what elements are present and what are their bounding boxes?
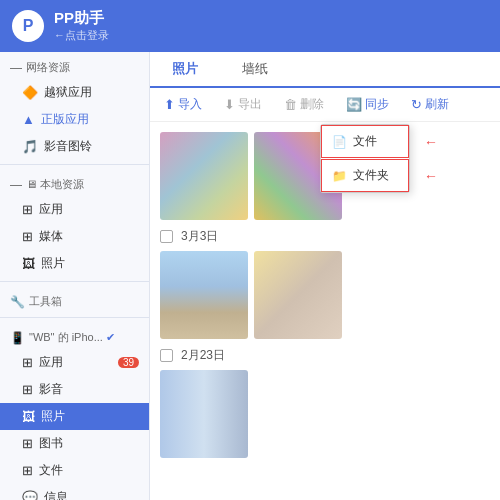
delete-label: 删除 (300, 96, 324, 113)
photo-thumb-3[interactable] (160, 251, 248, 339)
app-logo: P (12, 10, 44, 42)
date-checkbox-feb23[interactable] (160, 349, 173, 362)
media-icon: 🎵 (22, 139, 38, 154)
main-area: — 网络资源 🔶 越狱应用 ▲ 正版应用 🎵 影音图铃 — 🖥 本地资源 (0, 52, 500, 500)
sidebar-label: 媒体 (39, 228, 63, 245)
sidebar-label: 信息 (44, 489, 68, 500)
date-text-feb23: 2月23日 (181, 347, 225, 364)
photo-thumb-5[interactable] (160, 370, 248, 458)
sidebar-item-device-apps[interactable]: ⊞ 应用 39 (0, 349, 149, 376)
sidebar-label: 应用 (39, 354, 63, 371)
apps-badge: 39 (118, 357, 139, 368)
app-container: P PP助手 ←点击登录 — 网络资源 🔶 越狱应用 ▲ 正版应用 🎵 (0, 0, 500, 500)
device-books-icon: ⊞ (22, 436, 33, 451)
date-text-march3: 3月3日 (181, 228, 218, 245)
login-hint[interactable]: ←点击登录 (54, 28, 109, 43)
sidebar-item-device-files[interactable]: ⊞ 文件 (0, 457, 149, 484)
export-icon: ⬇ (224, 97, 235, 112)
refresh-icon: ↻ (411, 97, 422, 112)
device-files-icon: ⊞ (22, 463, 33, 478)
sidebar: — 网络资源 🔶 越狱应用 ▲ 正版应用 🎵 影音图铃 — 🖥 本地资源 (0, 52, 150, 500)
sidebar-label: 照片 (41, 408, 65, 425)
divider-1 (0, 164, 149, 165)
divider-2 (0, 281, 149, 282)
sidebar-section-network: — 网络资源 (0, 52, 149, 79)
sidebar-label: 正版应用 (41, 111, 89, 128)
refresh-label: 刷新 (425, 96, 449, 113)
dropdown-item-folder[interactable]: 📁 文件夹 ← (321, 159, 409, 192)
logo-letter: P (23, 17, 34, 35)
divider-3 (0, 317, 149, 318)
sidebar-item-device-media[interactable]: ⊞ 影音 (0, 376, 149, 403)
sync-label: 同步 (365, 96, 389, 113)
sidebar-label: 应用 (39, 201, 63, 218)
section-label-local: 🖥 本地资源 (26, 177, 84, 192)
photo-grid-march3 (160, 251, 490, 339)
device-name: "WB" 的 iPho... (29, 330, 103, 345)
toolbar: ⬆ 导入 ⬇ 导出 🗑 删除 🔄 同步 ↻ 刷新 (150, 88, 500, 122)
tools-icon: 🔧 (10, 295, 25, 309)
photos-icon: 🖼 (22, 256, 35, 271)
sidebar-item-local-apps[interactable]: ⊞ 应用 (0, 196, 149, 223)
sidebar-item-device-books[interactable]: ⊞ 图书 (0, 430, 149, 457)
delete-button[interactable]: 🗑 删除 (280, 94, 328, 115)
sidebar-section-local: — 🖥 本地资源 (0, 169, 149, 196)
dropdown-item-file[interactable]: 📄 文件 ← (321, 125, 409, 158)
sidebar-item-media-ringtones[interactable]: 🎵 影音图铃 (0, 133, 149, 160)
export-button[interactable]: ⬇ 导出 (220, 94, 266, 115)
sync-button[interactable]: 🔄 同步 (342, 94, 393, 115)
sidebar-label: 影音 (39, 381, 63, 398)
content-area: 照片 墙纸 ⬆ 导入 ⬇ 导出 🗑 删除 🔄 同步 (150, 52, 500, 500)
app-title: PP助手 (54, 9, 109, 28)
arrow-indicator-file: ← (424, 134, 438, 150)
import-label: 导入 (178, 96, 202, 113)
device-section-icon: 📱 (10, 331, 25, 345)
sidebar-section-device: 📱 "WB" 的 iPho... ✔ (0, 322, 149, 349)
sidebar-label: 照片 (41, 255, 65, 272)
arrow-indicator-folder: ← (424, 168, 438, 184)
sidebar-item-device-messages[interactable]: 💬 信息 (0, 484, 149, 500)
sidebar-item-pirate-apps[interactable]: 🔶 越狱应用 (0, 79, 149, 106)
dropdown-label: 文件夹 (353, 167, 389, 184)
sidebar-item-official-apps[interactable]: ▲ 正版应用 (0, 106, 149, 133)
sidebar-label: 文件 (39, 462, 63, 479)
sidebar-label: 越狱应用 (44, 84, 92, 101)
photo-thumb-4[interactable] (254, 251, 342, 339)
device-messages-icon: 💬 (22, 490, 38, 500)
delete-icon: 🗑 (284, 97, 297, 112)
sidebar-label: 影音图铃 (44, 138, 92, 155)
sync-icon: 🔄 (346, 97, 362, 112)
sidebar-section-tools: 🔧 工具箱 (0, 286, 149, 313)
file-icon: 📄 (332, 135, 347, 149)
section-label-network: 网络资源 (26, 60, 70, 75)
tabs-bar: 照片 墙纸 (150, 52, 500, 88)
dropdown-menu: 📄 文件 ← 📁 文件夹 ← (320, 124, 410, 193)
date-label-march3: 3月3日 (160, 228, 490, 245)
sync-check-icon: ✔ (106, 331, 115, 344)
network-icon: — (10, 61, 22, 75)
import-icon: ⬆ (164, 97, 175, 112)
apps-icon: ⊞ (22, 202, 33, 217)
sidebar-item-local-photos[interactable]: 🖼 照片 (0, 250, 149, 277)
export-label: 导出 (238, 96, 262, 113)
sidebar-item-device-photos[interactable]: 🖼 照片 (0, 403, 149, 430)
tab-photos[interactable]: 照片 (150, 52, 220, 88)
header: P PP助手 ←点击登录 (0, 0, 500, 52)
official-icon: ▲ (22, 112, 35, 127)
date-checkbox-march3[interactable] (160, 230, 173, 243)
sidebar-item-local-media[interactable]: ⊞ 媒体 (0, 223, 149, 250)
dropdown-label: 文件 (353, 133, 377, 150)
section-label-tools: 工具箱 (29, 294, 62, 309)
header-left: PP助手 ←点击登录 (54, 9, 109, 43)
date-label-feb23: 2月23日 (160, 347, 490, 364)
local-icon: — (10, 178, 22, 192)
photo-thumb-1[interactable] (160, 132, 248, 220)
media-icon2: ⊞ (22, 229, 33, 244)
device-photos-icon: 🖼 (22, 409, 35, 424)
device-media-icon: ⊞ (22, 382, 33, 397)
folder-icon: 📁 (332, 169, 347, 183)
refresh-button[interactable]: ↻ 刷新 (407, 94, 453, 115)
sidebar-label: 图书 (39, 435, 63, 452)
tab-wallpaper[interactable]: 墙纸 (220, 52, 290, 88)
import-button[interactable]: ⬆ 导入 (160, 94, 206, 115)
